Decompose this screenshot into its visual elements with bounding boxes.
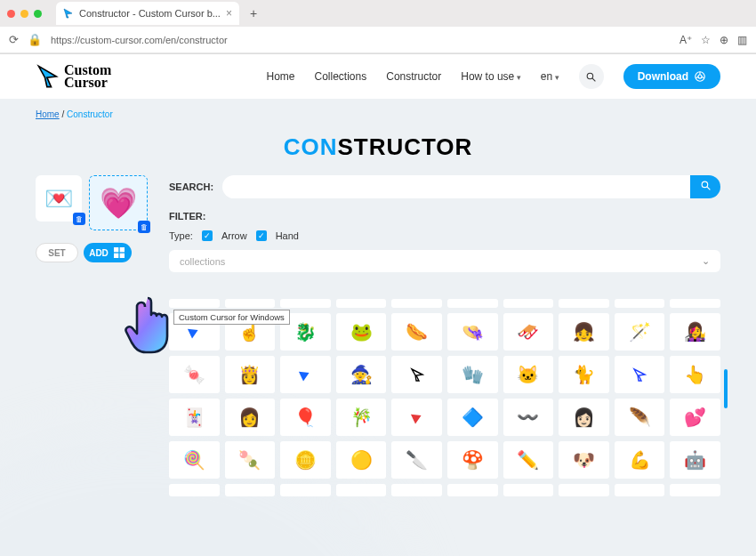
cursor-item-line[interactable]: 〰️ <box>503 399 554 436</box>
cursor-item-hat-red[interactable]: 👒 <box>447 313 498 351</box>
cursor-item-dog[interactable]: 🐶 <box>559 441 609 479</box>
lock-icon[interactable]: 🔒 <box>28 33 42 46</box>
reload-icon[interactable]: ⟳ <box>9 33 19 46</box>
nav-home[interactable]: Home <box>267 70 295 83</box>
cursor-item-mush[interactable]: 🍄 <box>447 441 498 479</box>
grid-header-row <box>169 299 720 308</box>
breadcrumb-home[interactable]: Home <box>36 109 60 119</box>
nav-constructor[interactable]: Constructor <box>386 70 441 83</box>
nav-language[interactable]: en <box>541 70 559 83</box>
checkbox-hand[interactable]: ✓ <box>256 230 267 241</box>
windows-icon <box>112 246 126 260</box>
cursor-item-glove[interactable]: 🧤 <box>447 356 498 393</box>
search-icon <box>585 71 597 83</box>
cursor-item-card[interactable]: 🃏 <box>169 399 220 436</box>
extensions-icon[interactable]: ▥ <box>737 34 747 46</box>
cursor-item-pencil[interactable]: ✏️ <box>503 441 554 479</box>
minimize-window-icon[interactable] <box>20 10 28 18</box>
svg-marker-13 <box>634 369 645 381</box>
cursor-item-cat-pink[interactable]: 🐱 <box>503 356 554 393</box>
collections-label: collections <box>180 256 225 267</box>
cursor-item-popsicle[interactable]: 🍡 <box>225 441 276 479</box>
cursor-item-wand[interactable]: 🪄 <box>615 313 665 351</box>
logo[interactable]: CustomCursor <box>36 64 111 90</box>
type-label: Type: <box>169 230 193 241</box>
cursor-item-sled[interactable]: 🛷 <box>503 313 554 351</box>
envelope-hearts-icon: 💌 <box>44 185 73 213</box>
cursor-item-girl[interactable]: 👧 <box>559 313 609 351</box>
add-button[interactable]: ADD <box>84 243 132 262</box>
cursor-item-badge[interactable]: 🟡 <box>336 441 387 479</box>
collections-dropdown[interactable]: collections ⌄ <box>169 250 720 272</box>
cursor-item-coin[interactable]: 🪙 <box>280 441 331 479</box>
cursor-item-finger[interactable]: 👆 <box>670 356 720 393</box>
svg-marker-12 <box>412 369 422 381</box>
svg-marker-1 <box>39 66 57 86</box>
tab-favicon-icon <box>63 8 74 19</box>
read-aloud-icon[interactable]: A⁺ <box>680 34 692 46</box>
svg-rect-9 <box>119 254 124 258</box>
search-icon <box>700 180 712 191</box>
cursor-item-balloons[interactable]: 🎈 <box>280 399 331 436</box>
chrome-icon <box>694 70 706 83</box>
selected-cursor-slot[interactable]: 💌 🗑 <box>36 175 82 222</box>
remove-selection-icon[interactable]: 🗑 <box>73 213 85 225</box>
set-button[interactable]: SET <box>36 243 78 262</box>
cursor-item-princess[interactable]: 👸 <box>225 356 276 393</box>
cursor-item-robot[interactable]: 🤖 <box>670 441 720 479</box>
cursor-item-hearts[interactable]: 💕 <box>670 399 720 436</box>
cursor-item-shield[interactable]: 🔷 <box>447 399 498 436</box>
cursor-item-frog[interactable]: 🐸 <box>336 313 387 351</box>
search-label: SEARCH: <box>169 181 213 192</box>
download-button[interactable]: Download <box>623 64 720 89</box>
url-text[interactable]: https://custom-cursor.com/en/constructor <box>51 35 671 45</box>
filter-label: FILTER: <box>169 211 720 222</box>
svg-line-11 <box>707 187 710 189</box>
breadcrumb-current: Constructor <box>67 109 113 119</box>
remove-selection-icon[interactable]: 🗑 <box>138 221 150 233</box>
cursor-item-anime[interactable]: 👩‍🎤 <box>670 313 720 351</box>
cursor-item-arm[interactable]: 💪 <box>615 441 665 479</box>
close-window-icon[interactable] <box>7 10 15 18</box>
cursor-item-ornament[interactable]: 🎋 <box>336 399 387 436</box>
cursor-item-candy[interactable]: 🍬 <box>169 356 220 393</box>
search-submit-button[interactable] <box>690 175 720 198</box>
svg-point-5 <box>698 75 702 78</box>
checkbox-arrow[interactable]: ✓ <box>202 230 213 241</box>
browser-tab[interactable]: Constructor - Custom Cursor b... × <box>56 2 239 25</box>
cursor-item-woman[interactable]: 👩 <box>225 399 276 436</box>
nav-how-to-use[interactable]: How to use <box>461 70 521 83</box>
svg-marker-0 <box>64 9 72 18</box>
svg-line-3 <box>592 78 595 81</box>
tab-close-icon[interactable]: × <box>226 7 232 20</box>
page-body: Home / Constructor CONSTRUCTOR 💌 🗑 💗 🗑 S… <box>0 99 756 556</box>
cursor-item-sausage[interactable]: 🌭 <box>391 313 442 351</box>
window-controls[interactable] <box>7 10 42 18</box>
nav-collections[interactable]: Collections <box>315 70 367 83</box>
collections-icon[interactable]: ⊕ <box>720 34 728 46</box>
cursor-item-feather[interactable]: 🪶 <box>615 399 665 436</box>
new-tab-button[interactable]: + <box>245 4 262 22</box>
page-title: CONSTRUCTOR <box>36 133 720 161</box>
logo-text: CustomCursor <box>64 64 111 90</box>
cursor-item-candy2[interactable]: 🍭 <box>169 441 220 479</box>
cursor-item-arrow-red[interactable] <box>391 399 442 436</box>
address-bar: ⟳ 🔒 https://custom-cursor.com/en/constru… <box>0 27 756 53</box>
scroll-indicator[interactable] <box>724 369 728 408</box>
cursor-item-arrow-blue2[interactable] <box>280 356 331 393</box>
cursor-item-woman2[interactable]: 👩🏻 <box>559 399 609 436</box>
svg-point-10 <box>702 181 708 188</box>
title-part-a: CON <box>284 133 338 160</box>
selected-pointer-slot[interactable]: 💗 🗑 <box>89 175 148 230</box>
cursor-item-wizard-hat[interactable]: 🧙 <box>336 356 387 393</box>
search-input[interactable] <box>222 175 690 198</box>
cursor-item-cat-lucky[interactable]: 🐈 <box>559 356 609 393</box>
cursor-item-arrow-outline2[interactable] <box>615 356 665 393</box>
header-search-button[interactable] <box>579 64 604 89</box>
favorite-icon[interactable]: ☆ <box>701 34 711 46</box>
tab-bar: Constructor - Custom Cursor b... × + <box>0 0 756 27</box>
cursor-item-knife[interactable]: 🔪 <box>391 441 442 479</box>
chevron-down-icon: ⌄ <box>702 255 710 267</box>
maximize-window-icon[interactable] <box>34 10 42 18</box>
cursor-item-arrow-outline[interactable] <box>391 356 442 393</box>
